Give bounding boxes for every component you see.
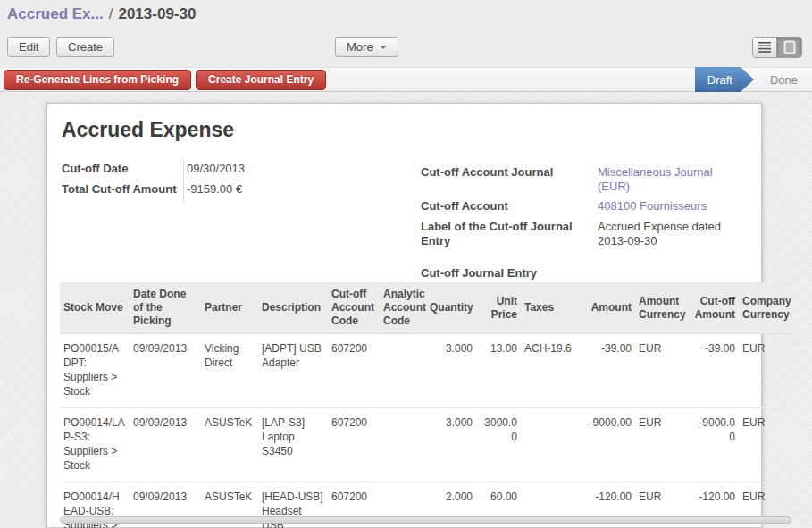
more-button[interactable]: More (335, 37, 398, 57)
breadcrumb-parent-link[interactable]: Accrued Ex... (7, 5, 104, 22)
table-cell: -39.00 (583, 334, 635, 408)
column-header: Amount (583, 282, 635, 334)
table-cell: 09/09/2013 (130, 408, 201, 482)
breadcrumb: Accrued Ex.../2013-09-30 (7, 5, 196, 23)
table-cell: 3000.00 (476, 408, 521, 482)
column-header: Stock Move (60, 282, 130, 334)
form-view-button[interactable] (777, 38, 801, 57)
table-cell: 13.00 (476, 334, 521, 408)
column-header: Amount Currency (635, 282, 691, 334)
caret-down-icon (380, 46, 387, 49)
more-button-label: More (347, 40, 373, 54)
total-cutoff-amount-value: -9159.00 € (183, 182, 317, 197)
column-header: Partner (201, 282, 258, 334)
table-cell: 3.000 (426, 334, 476, 408)
table-cell: 607200 (328, 408, 380, 482)
view-switcher (752, 37, 802, 58)
horizontal-scrollbar[interactable] (60, 516, 791, 524)
field-row-cutoff-account-journal: Cut-off Account JournalMiscellaneous Jou… (421, 163, 751, 197)
status-bar: Re-Generate Lines from PickingCreate Jou… (0, 67, 812, 92)
create-button[interactable]: Create (56, 37, 114, 57)
column-header: Company Currency (739, 282, 792, 334)
page-title: Accrued Expense (62, 118, 234, 142)
edit-button[interactable]: Edit (7, 37, 50, 57)
table-cell: ASUSTeK (201, 408, 258, 482)
table-cell: 607200 (328, 334, 380, 408)
table-cell: EUR (635, 408, 691, 482)
field-group-right: Cut-off Account JournalMiscellaneous Jou… (421, 163, 751, 284)
table-cell: ACH-19.6 (521, 334, 583, 408)
column-header: Description (258, 282, 328, 334)
field-row-cutoff-date: Cut-off Date09/30/2013 (62, 159, 356, 180)
content-area: Accrued Expense Cut-off Date09/30/2013To… (0, 92, 812, 528)
cutoff-lines-table: Stock MoveDate Done of the PickingPartne… (60, 282, 792, 528)
breadcrumb-separator: / (104, 5, 119, 22)
table-row[interactable]: PO00014/LAP-S3: Suppliers > Stock09/09/2… (60, 408, 792, 482)
table-cell: [ADPT] USB Adapter (258, 334, 328, 408)
table-cell: -9000.00 (583, 408, 635, 482)
table-cell (380, 408, 426, 482)
list-view-button[interactable] (753, 38, 777, 57)
journal-entry-label-value: Accrued Expense dated 2013-09-30 (598, 220, 732, 248)
list-icon (758, 42, 771, 53)
cutoff-account-value[interactable]: 408100 Fournisseurs (598, 199, 732, 214)
table-cell: PO00014/LAP-S3: Suppliers > Stock (60, 408, 130, 482)
column-header: Analytic Account Code (380, 282, 426, 334)
column-header: Cut-off Amount (691, 282, 739, 334)
form-icon (783, 40, 796, 54)
cutoff-account-label: Cut-off Account (421, 199, 598, 214)
cutoff-date-label: Cut-off Date (62, 162, 183, 177)
total-cutoff-amount-label: Total Cut-off Amount (62, 182, 183, 197)
cutoff-journal-entry-value (598, 266, 732, 281)
table-cell: EUR (635, 334, 691, 408)
column-header: Cut-off Account Code (328, 282, 380, 334)
field-row-cutoff-journal-entry: Cut-off Journal Entry (421, 264, 751, 284)
table-cell: Vicking Direct (201, 334, 258, 408)
table-cell: -9000.00 (691, 408, 739, 482)
table-cell: [LAP-S3] Laptop S3450 (258, 408, 328, 482)
table-cell: 09/09/2013 (130, 334, 201, 408)
create-journal-entry-button[interactable]: Create Journal Entry (196, 70, 326, 90)
field-row-journal-entry-label: Label of the Cut-off Journal EntryAccrue… (421, 217, 751, 251)
table-cell: -39.00 (691, 334, 739, 408)
field-row-cutoff-account: Cut-off Account408100 Fournisseurs (421, 197, 751, 217)
table-cell: EUR (739, 408, 792, 482)
table-cell: EUR (739, 334, 792, 408)
action-buttons: Re-Generate Lines from PickingCreate Jou… (4, 70, 326, 90)
regenerate-lines-button[interactable]: Re-Generate Lines from Picking (4, 70, 191, 90)
table-cell (521, 408, 583, 482)
form-sheet: Accrued Expense Cut-off Date09/30/2013To… (46, 103, 762, 528)
column-header: Quantity (426, 282, 476, 334)
table-header-row: Stock MoveDate Done of the PickingPartne… (60, 282, 792, 334)
cutoff-account-journal-value[interactable]: Miscellaneous Journal (EUR) (598, 165, 732, 194)
table-cell: 3.000 (426, 408, 476, 482)
status-steps: DraftDone (695, 67, 812, 92)
table-body: PO00015/ADPT: Suppliers > Stock09/09/201… (60, 334, 792, 528)
table-row[interactable]: PO00015/ADPT: Suppliers > Stock09/09/201… (60, 334, 792, 408)
top-bar: Accrued Ex.../2013-09-30 Edit Create Mor… (0, 0, 812, 67)
breadcrumb-current: 2013-09-30 (118, 5, 196, 22)
column-header: Unit Price (476, 282, 521, 334)
field-row-total-cutoff-amount: Total Cut-off Amount-9159.00 € (62, 180, 356, 200)
table-cell (380, 334, 426, 408)
cutoff-date-value: 09/30/2013 (183, 162, 317, 177)
cutoff-journal-entry-label: Cut-off Journal Entry (421, 266, 598, 281)
column-header: Date Done of the Picking (130, 282, 201, 334)
table-cell: PO00015/ADPT: Suppliers > Stock (60, 334, 130, 408)
cutoff-account-journal-label: Cut-off Account Journal (421, 165, 598, 194)
status-step-draft: Draft (695, 67, 754, 92)
column-header: Taxes (521, 282, 583, 334)
field-group-left: Cut-off Date09/30/2013Total Cut-off Amou… (62, 159, 356, 200)
status-step-done: Done (756, 67, 812, 92)
journal-entry-label-label: Label of the Cut-off Journal Entry (421, 220, 598, 248)
